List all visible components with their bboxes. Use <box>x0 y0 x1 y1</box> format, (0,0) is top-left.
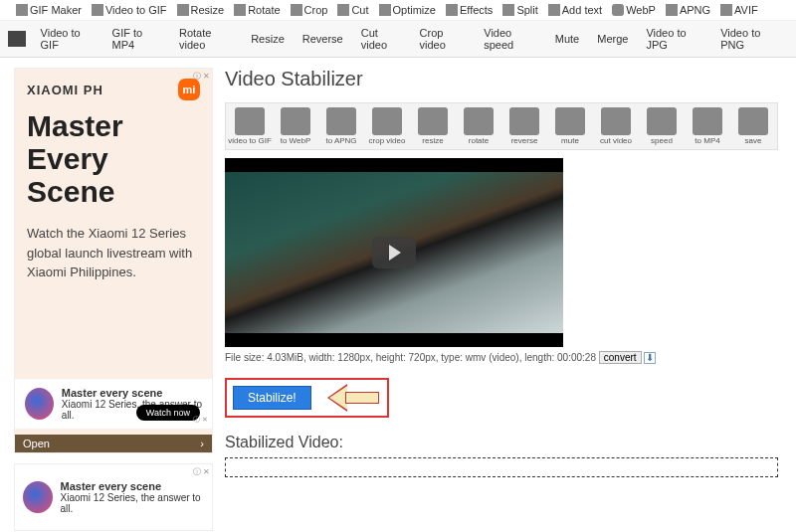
nav-add-text[interactable]: Add text <box>544 2 606 18</box>
stabilized-result-box <box>225 457 778 477</box>
mp4-tool-icon <box>693 107 722 135</box>
tool-toolbar: video to GIF to WebP to APNG crop video … <box>225 102 778 150</box>
nav-video-to-gif[interactable]: Video to GIF <box>88 2 171 18</box>
nav-webp[interactable]: WebP <box>608 2 660 18</box>
secnav-merge[interactable]: Merge <box>589 29 636 49</box>
ad2-head: Master every scene <box>61 480 162 492</box>
crop-icon <box>291 4 302 16</box>
ad-banner-2[interactable]: ⓘ ✕ Master every scene Xiaomi 12 Series,… <box>14 463 213 531</box>
action-row: Stabilize! <box>225 378 389 418</box>
nav-resize[interactable]: Resize <box>173 2 229 18</box>
ad2-sub: Xiaomi 12 Series, the answer to all. <box>61 492 201 514</box>
ad-headline: Master Every Scene <box>27 109 200 208</box>
nav-optimize[interactable]: Optimize <box>375 2 440 18</box>
gif-maker-icon <box>16 4 28 16</box>
mute-tool-icon <box>555 107 585 135</box>
ad-info-badge-2[interactable]: ⓘ ✕ <box>193 415 208 425</box>
nav-apng[interactable]: APNG <box>662 2 714 18</box>
nav-effects[interactable]: Effects <box>442 2 497 18</box>
download-icon[interactable]: ⬇ <box>644 352 656 364</box>
convert-button[interactable]: convert <box>599 351 642 364</box>
speed-tool-icon <box>647 107 677 135</box>
secondary-nav: Video to GIF GIF to MP4 Rotate video Res… <box>0 21 796 58</box>
avif-icon <box>720 4 732 16</box>
save-tool-icon <box>738 107 768 135</box>
page-title: Video Stabilizer <box>225 68 778 90</box>
nav-crop[interactable]: Crop <box>287 2 332 18</box>
ad-banner-1[interactable]: ⓘ ✕ XIAOMI PH mi Master Every Scene Watc… <box>14 68 213 453</box>
webp-icon <box>612 4 624 16</box>
webp-tool-icon <box>281 107 310 135</box>
effects-icon <box>446 4 458 16</box>
stabilized-heading: Stabilized Video: <box>225 434 778 451</box>
video-preview[interactable] <box>225 158 563 347</box>
nav-avif[interactable]: AVIF <box>716 2 762 18</box>
stabilize-button[interactable]: Stabilize! <box>233 386 311 410</box>
nav-gif-maker[interactable]: GIF Maker <box>12 2 86 18</box>
cut-icon <box>337 4 349 16</box>
tool-reverse[interactable]: reverse <box>502 107 546 145</box>
ad-sub-card: Master every scene Xiaomi 12 Series, the… <box>15 379 212 429</box>
crop-tool-icon <box>372 107 402 135</box>
secnav-rotate-video[interactable]: Rotate video <box>171 23 241 55</box>
secnav-video-speed[interactable]: Video speed <box>476 23 545 55</box>
secnav-video-to-jpg[interactable]: Video to JPG <box>638 23 710 55</box>
tool-mute[interactable]: mute <box>548 107 592 145</box>
tool-speed[interactable]: speed <box>640 107 684 145</box>
chevron-right-icon: › <box>200 438 204 449</box>
rotate-tool-icon <box>464 107 494 135</box>
top-nav: GIF Maker Video to GIF Resize Rotate Cro… <box>0 0 796 21</box>
secnav-video-to-gif[interactable]: Video to GIF <box>33 23 102 55</box>
play-button-icon[interactable] <box>372 237 416 268</box>
xiaomi-logo-icon: mi <box>178 79 200 100</box>
ad-sub-head: Master every scene <box>62 387 163 399</box>
file-info: File size: 4.03MiB, width: 1280px, heigh… <box>225 351 778 364</box>
nav-split[interactable]: Split <box>498 2 541 18</box>
watch-now-button[interactable]: Watch now <box>136 405 200 421</box>
add-text-icon <box>548 4 560 16</box>
resize-icon <box>177 4 189 16</box>
secnav-video-to-png[interactable]: Video to PNG <box>712 23 787 55</box>
rotate-icon <box>234 4 246 16</box>
apng-icon <box>666 4 678 16</box>
camera-icon <box>8 31 26 47</box>
optimize-icon <box>379 4 391 16</box>
tool-video-to-gif[interactable]: video to GIF <box>228 107 272 145</box>
secnav-cut-video[interactable]: Cut video <box>353 23 410 55</box>
resize-tool-icon <box>418 107 448 135</box>
secnav-reverse[interactable]: Reverse <box>295 29 351 49</box>
cut-tool-icon <box>601 107 631 135</box>
tool-cut-video[interactable]: cut video <box>594 107 638 145</box>
tool-to-apng[interactable]: to APNG <box>319 107 363 145</box>
tool-resize[interactable]: resize <box>411 107 455 145</box>
secnav-gif-to-mp4[interactable]: GIF to MP4 <box>104 23 169 55</box>
nav-cut[interactable]: Cut <box>333 2 372 18</box>
ad-info-badge-3[interactable]: ⓘ ✕ <box>193 466 210 477</box>
ad-brand: XIAOMI PH <box>27 83 200 97</box>
ad-open-button[interactable]: Open› <box>15 435 212 452</box>
sidebar: ⓘ ✕ XIAOMI PH mi Master Every Scene Watc… <box>0 58 209 531</box>
video-to-gif-icon <box>92 4 103 16</box>
ad-copy: Watch the Xiaomi 12 Series global launch… <box>27 224 200 282</box>
tool-to-webp[interactable]: to WebP <box>274 107 317 145</box>
nav-rotate[interactable]: Rotate <box>230 2 284 18</box>
secnav-resize[interactable]: Resize <box>243 29 293 49</box>
reverse-tool-icon <box>509 107 539 135</box>
arrow-annotation-icon <box>329 384 381 412</box>
orb-icon <box>25 388 54 420</box>
apng-tool-icon <box>326 107 356 135</box>
tool-to-mp4[interactable]: to MP4 <box>686 107 729 145</box>
split-icon <box>502 4 514 16</box>
video-to-gif-tool-icon <box>235 107 265 135</box>
secnav-crop-video[interactable]: Crop video <box>412 23 475 55</box>
tool-crop-video[interactable]: crop video <box>365 107 409 145</box>
tool-rotate[interactable]: rotate <box>457 107 500 145</box>
orb-icon-2 <box>23 481 53 513</box>
tool-save[interactable]: save <box>731 107 775 145</box>
main-content: Video Stabilizer video to GIF to WebP to… <box>209 58 796 531</box>
secnav-mute[interactable]: Mute <box>547 29 587 49</box>
